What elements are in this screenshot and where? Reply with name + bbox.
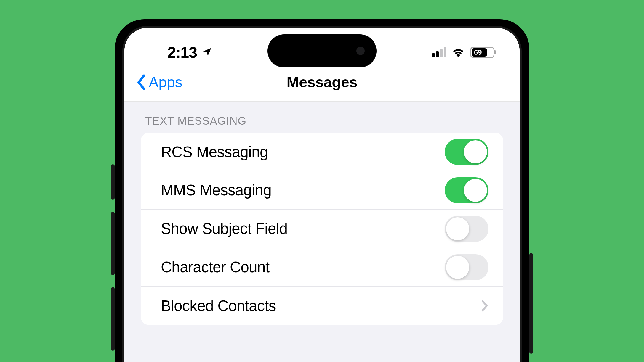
toggle-knob [464,179,487,202]
phone-frame: 2:13 [115,19,529,362]
chevron-right-icon [481,300,488,312]
row-label: Character Count [161,258,270,276]
page-title: Messages [286,74,357,91]
back-label: Apps [149,74,182,91]
dynamic-island [267,34,377,67]
row-mms-messaging[interactable]: MMS Messaging [141,171,503,210]
location-icon [202,47,212,58]
battery-level: 69 [471,48,482,57]
navigation-bar: Apps Messages [124,66,520,102]
toggle-knob [446,217,469,240]
section-header-text-messaging: TEXT MESSAGING [124,102,520,133]
battery-indicator: 69 [470,47,494,58]
wifi-icon [452,47,465,57]
toggle-rcs-messaging[interactable] [445,139,488,165]
screen: 2:13 [124,28,520,362]
phone-body: 2:13 [122,26,522,362]
row-label: MMS Messaging [161,181,271,199]
status-time: 2:13 [167,44,197,61]
row-label: RCS Messaging [161,143,268,161]
status-left: 2:13 [167,44,212,61]
cellular-signal-icon [432,47,446,57]
side-button-volume-down [111,287,115,351]
side-button-volume-up [111,212,115,275]
row-rcs-messaging[interactable]: RCS Messaging [141,133,503,171]
chevron-left-icon [136,74,146,90]
row-label: Blocked Contacts [161,297,276,315]
side-button-silent [111,164,115,200]
row-label: Show Subject Field [161,220,288,237]
toggle-knob [464,140,487,163]
row-character-count[interactable]: Character Count [141,248,503,287]
toggle-knob [446,256,469,279]
row-blocked-contacts[interactable]: Blocked Contacts [141,287,503,325]
toggle-mms-messaging[interactable] [445,177,488,203]
row-show-subject-field[interactable]: Show Subject Field [141,210,503,248]
toggle-character-count[interactable] [445,254,488,280]
back-button[interactable]: Apps [136,74,182,91]
side-button-power [529,253,533,354]
settings-group-text-messaging: RCS Messaging MMS Messaging Show Subject… [141,133,503,325]
status-right: 69 [432,47,494,58]
toggle-show-subject-field[interactable] [445,216,488,242]
